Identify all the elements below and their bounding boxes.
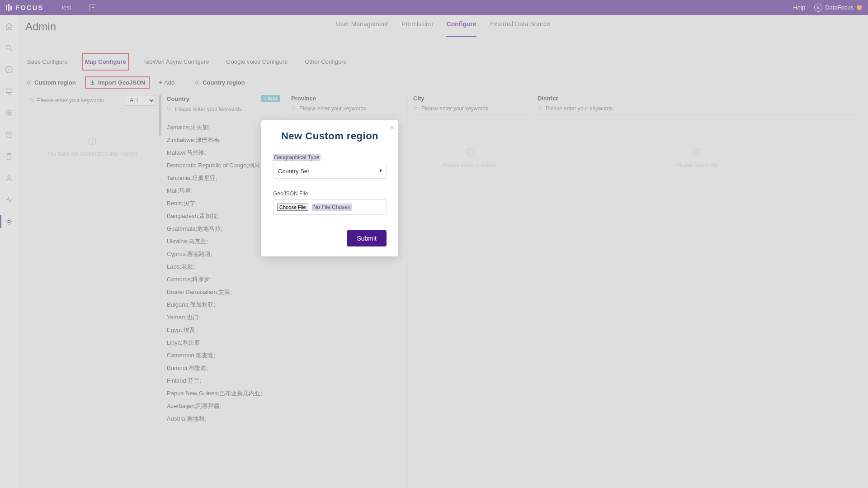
geo-type-select[interactable]: Country Set xyxy=(273,164,387,179)
geo-type-label: Geographical Type xyxy=(273,154,321,161)
close-icon[interactable]: × xyxy=(390,124,394,131)
file-input-row: Choose File No File Chosen xyxy=(273,199,387,215)
new-custom-region-modal: × New Custom region Geographical Type Co… xyxy=(261,120,398,256)
submit-button[interactable]: Submit xyxy=(347,230,387,246)
no-file-text: No File Chosen xyxy=(312,204,352,211)
modal-overlay[interactable] xyxy=(0,0,868,488)
modal-title: New Custom region xyxy=(273,130,387,142)
geojson-file-label: GeoJSON File xyxy=(273,190,387,197)
choose-file-button[interactable]: Choose File xyxy=(277,204,308,211)
